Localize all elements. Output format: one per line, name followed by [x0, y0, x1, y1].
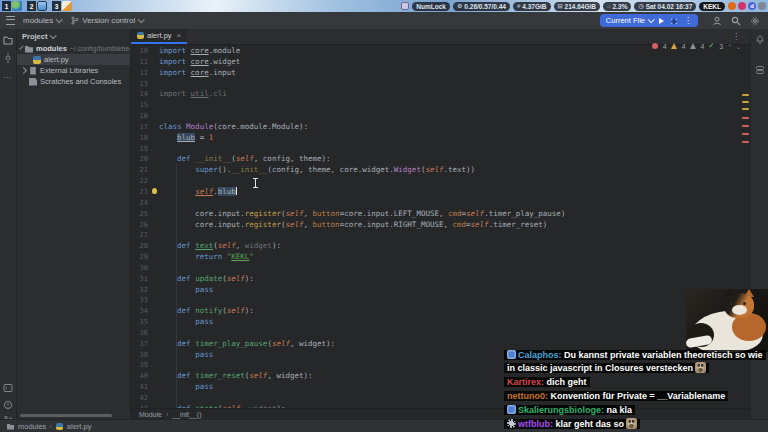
line-number: 19: [131, 144, 148, 155]
code-line[interactable]: 17class Module(core.module.Module):: [131, 122, 750, 133]
editor-options-icon[interactable]: ⋮: [732, 32, 740, 41]
memory-icon: #: [517, 2, 520, 11]
line-number: 15: [131, 100, 148, 111]
line-number: 25: [131, 209, 148, 220]
code-line[interactable]: 15: [131, 100, 750, 111]
settings-gear-icon[interactable]: [750, 16, 760, 26]
tray-orange-app-icon[interactable]: [728, 2, 736, 10]
commit-tool-icon[interactable]: [3, 53, 13, 63]
project-widget[interactable]: modules: [23, 16, 61, 25]
cat-photo-overlay: [686, 289, 768, 352]
error-stripe-mark[interactable]: [742, 125, 749, 127]
line-number: 37: [131, 339, 148, 350]
code-line[interactable]: 16: [131, 111, 750, 122]
code-line[interactable]: 22: [131, 176, 750, 187]
code-line[interactable]: 23 self.blub: [131, 187, 750, 198]
workspace-number: 2: [27, 1, 36, 11]
system-status-bar: 1 2 3 NumLock ⚙0.26/0.57/0.44 #4.37GiB ⊟…: [0, 0, 768, 12]
code-line[interactable]: 28 def text(self, widget):: [131, 241, 750, 252]
more-run-options-icon[interactable]: ⋮: [684, 17, 692, 25]
run-button[interactable]: [659, 18, 664, 24]
line-number: 12: [131, 68, 148, 79]
code-line[interactable]: 19: [131, 144, 750, 155]
error-stripe-mark[interactable]: [742, 108, 749, 110]
system-tray[interactable]: d: [728, 2, 766, 10]
tray-red-app-icon[interactable]: [738, 2, 746, 10]
code-line[interactable]: 10import core.module: [131, 46, 750, 57]
code-line[interactable]: 29 return "KEKL": [131, 252, 750, 263]
close-icon[interactable]: ×: [177, 31, 182, 40]
code-line[interactable]: 32 pass: [131, 285, 750, 296]
notifications-bell-icon[interactable]: [755, 34, 765, 44]
code-line[interactable]: 31 def update(self):: [131, 274, 750, 285]
terminal-tool-icon[interactable]: [3, 383, 13, 393]
run-config-selector[interactable]: Current File: [606, 16, 653, 25]
error-stripe-mark[interactable]: [742, 133, 749, 135]
project-name: modules: [23, 16, 53, 25]
main-menu-icon[interactable]: [6, 16, 15, 25]
code-line[interactable]: 18 blub = 1: [131, 133, 750, 144]
tree-item-alert-py[interactable]: alert.py: [17, 54, 130, 65]
line-number: 24: [131, 198, 148, 209]
chat-username[interactable]: Skalierungsbiologe:: [518, 405, 607, 415]
home-icon: ⌂: [607, 2, 611, 11]
horizontal-scrollbar[interactable]: [20, 414, 112, 417]
problems-tool-icon[interactable]: [3, 400, 13, 410]
workspace-1[interactable]: 1: [2, 1, 22, 11]
code-line[interactable]: 12import core.input: [131, 68, 750, 79]
error-stripe-mark[interactable]: [742, 101, 749, 103]
breadcrumb-method[interactable]: __init__(): [172, 411, 201, 418]
workspace-3[interactable]: 3: [52, 1, 72, 11]
error-stripe-mark[interactable]: [742, 117, 749, 119]
code-line[interactable]: 13: [131, 79, 750, 90]
workspace-2[interactable]: 2: [27, 1, 47, 11]
tab-alert-py[interactable]: alert.py ×: [131, 29, 187, 44]
chat-username[interactable]: Calaphos:: [518, 350, 564, 360]
code-line[interactable]: 14import util.cli: [131, 89, 750, 100]
error-stripe-mark[interactable]: [742, 94, 749, 96]
vcs-label: Version control: [82, 16, 135, 25]
chevron-down-icon: [56, 16, 63, 23]
error-stripe-mark[interactable]: [742, 141, 749, 143]
code-line[interactable]: 21 super().__init__(config, theme, core.…: [131, 165, 750, 176]
run-widget[interactable]: Current File ⋮: [600, 14, 698, 27]
search-icon[interactable]: [731, 16, 741, 26]
chevron-down-icon: [138, 16, 145, 23]
code-line[interactable]: 26 core.input.register(self, button=core…: [131, 220, 750, 231]
code-line[interactable]: 24: [131, 198, 750, 209]
code-line[interactable]: 30: [131, 263, 750, 274]
chat-username[interactable]: wtfblub:: [518, 419, 556, 429]
chat-username[interactable]: Kartirex:: [507, 377, 547, 387]
edit-icon: [62, 1, 72, 11]
status-folder[interactable]: modules: [18, 422, 46, 431]
database-icon[interactable]: [755, 65, 765, 75]
line-number: 28: [131, 241, 148, 252]
profile-icon[interactable]: [712, 16, 722, 26]
tray-discord-icon[interactable]: d: [748, 2, 756, 10]
code-line[interactable]: 25 core.input.register(self, button=core…: [131, 209, 750, 220]
keyboard-icon: [401, 2, 409, 10]
tray-misc-icon[interactable]: [758, 2, 766, 10]
tree-item-scratches[interactable]: Scratches and Consoles: [17, 76, 130, 87]
status-separator: ›: [49, 422, 52, 431]
debug-icon[interactable]: [670, 17, 678, 25]
tab-label: alert.py: [147, 31, 172, 40]
code-line[interactable]: 35 pass: [131, 317, 750, 328]
code-line[interactable]: 34 def notify(self):: [131, 306, 750, 317]
project-panel-header[interactable]: Project: [17, 29, 130, 43]
code-line[interactable]: 20 def __init__(self, config, theme):: [131, 154, 750, 165]
chat-username[interactable]: nettuno0:: [507, 391, 551, 401]
vcs-widget[interactable]: Version control: [71, 16, 143, 25]
tree-item-external-libraries[interactable]: External Libraries: [17, 65, 130, 76]
code-line[interactable]: 33: [131, 295, 750, 306]
status-file[interactable]: alert.py: [67, 422, 92, 431]
code-line[interactable]: 36: [131, 328, 750, 339]
more-tools-icon[interactable]: ⋯: [3, 73, 13, 83]
tree-item-modules[interactable]: modules ~/.config/bumblebee-status/m: [17, 43, 130, 54]
workspace-number: 3: [52, 1, 61, 11]
code-line[interactable]: 27: [131, 230, 750, 241]
project-tool-icon[interactable]: [3, 35, 13, 45]
tree-item-label: modules: [36, 44, 67, 53]
breadcrumb-class[interactable]: Module: [139, 411, 162, 418]
code-line[interactable]: 11import core.widget: [131, 57, 750, 68]
